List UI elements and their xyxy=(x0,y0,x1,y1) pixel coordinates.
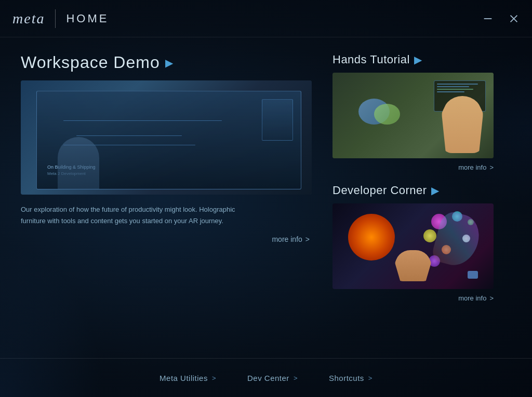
footer-shortcuts-link[interactable]: Shortcuts > xyxy=(329,374,373,382)
main-content: Workspace Demo ▶ On Building & Shipping … xyxy=(0,37,532,358)
hands-ui-line2 xyxy=(437,86,469,87)
particle-3 xyxy=(423,229,436,242)
meta-utilities-chevron: > xyxy=(212,374,216,382)
shortcuts-label: Shortcuts xyxy=(329,374,364,382)
hands-tutorial-play-icon: ▶ xyxy=(414,53,422,66)
right-column: Hands Tutorial ▶ xyxy=(332,53,494,348)
ws-glow-line-2 xyxy=(76,135,182,136)
minimize-icon xyxy=(482,13,494,24)
hands-tutorial-thumbnail[interactable] xyxy=(332,73,494,158)
developer-corner-section: Developer Corner ▶ xyxy=(332,184,494,304)
close-button[interactable] xyxy=(506,11,522,26)
meta-utilities-label: Meta Utilities xyxy=(159,374,208,382)
ws-glow-line-1 xyxy=(63,120,222,121)
developer-corner-play-icon: ▶ xyxy=(431,184,440,197)
close-icon xyxy=(508,13,520,24)
hands-ui-line3 xyxy=(437,89,473,90)
developer-corner-title: Developer Corner ▶ xyxy=(332,184,494,197)
hands-tutorial-title: Hands Tutorial ▶ xyxy=(332,53,494,66)
hands-hand xyxy=(442,96,483,153)
dev-center-label: Dev Center xyxy=(247,374,289,382)
meta-logo: meta xyxy=(12,10,45,27)
workspace-demo-play-icon: ▶ xyxy=(165,57,174,69)
dev-more-info-label: more info xyxy=(458,294,486,302)
hands-tutorial-more-info-link[interactable]: more info > xyxy=(332,161,494,173)
developer-corner-thumbnail[interactable] xyxy=(332,203,494,289)
footer-meta-utilities-link[interactable]: Meta Utilities > xyxy=(159,374,216,382)
dev-center-chevron: > xyxy=(294,374,298,382)
hands-ui-line1 xyxy=(437,84,478,85)
logo-divider xyxy=(55,9,56,28)
hands-ui-line4 xyxy=(437,91,464,92)
app-container: meta HOME Workspace Demo ▶ xyxy=(0,0,532,397)
hands-tutorial-section: Hands Tutorial ▶ xyxy=(332,53,494,173)
hands-more-info-chevron: > xyxy=(489,163,494,171)
workspace-demo-label: Workspace Demo xyxy=(21,53,160,72)
workspace-thumb-inner: On Building & Shipping Meta 2 Developmen… xyxy=(21,80,312,195)
dev-thumb-inner xyxy=(332,203,494,289)
dev-more-info-chevron: > xyxy=(489,294,494,302)
footer-dev-center-link[interactable]: Dev Center > xyxy=(247,374,298,382)
minimize-button[interactable] xyxy=(480,11,496,26)
workspace-more-info-chevron: > xyxy=(305,235,310,243)
page-title: HOME xyxy=(66,12,109,25)
ws-person xyxy=(58,137,99,189)
developer-corner-label: Developer Corner xyxy=(332,184,427,197)
developer-corner-more-info-link[interactable]: more info > xyxy=(332,292,494,304)
dev-hand xyxy=(395,250,431,281)
dev-small-object xyxy=(468,271,478,279)
left-column: Workspace Demo ▶ On Building & Shipping … xyxy=(21,53,312,348)
hands-object2 xyxy=(374,104,400,125)
workspace-screen: On Building & Shipping Meta 2 Developmen… xyxy=(36,91,301,189)
workspace-description: Our exploration of how the future of pro… xyxy=(21,204,239,227)
hands-thumb-inner xyxy=(332,73,494,158)
workspace-demo-title: Workspace Demo ▶ xyxy=(21,53,312,72)
workspace-more-info-link[interactable]: more info > xyxy=(272,235,312,243)
workspace-more-info-label: more info xyxy=(272,235,302,243)
logo-area: meta HOME xyxy=(12,9,109,28)
hands-more-info-label: more info xyxy=(458,163,486,171)
hands-tutorial-label: Hands Tutorial xyxy=(332,53,410,66)
shortcuts-chevron: > xyxy=(368,374,373,382)
ws-hologram xyxy=(262,99,293,141)
dev-sun xyxy=(348,214,395,261)
header-controls xyxy=(480,11,522,26)
footer: Meta Utilities > Dev Center > Shortcuts … xyxy=(0,358,532,397)
workspace-demo-thumbnail[interactable]: On Building & Shipping Meta 2 Developmen… xyxy=(21,80,312,195)
header: meta HOME xyxy=(0,0,532,37)
